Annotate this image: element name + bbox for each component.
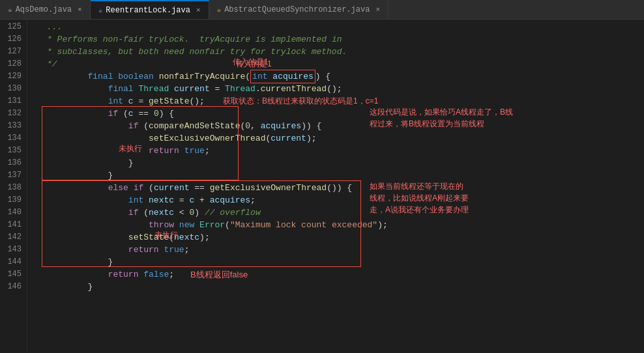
line-num-133: 133: [0, 120, 22, 132]
tab-aqs[interactable]: ☕ AbstractQueuedSynchronizer.java ×: [209, 0, 388, 19]
annotation-code-explanation-2: 如果当前线程还等于现在的 线程，比如说线程A刚起来要 走，A说我还有个业务要办理: [370, 180, 552, 216]
line-num-131: 131: [0, 95, 22, 107]
line-num-143: 143: [0, 244, 22, 256]
annotation-input1-text: 传入的是1: [233, 57, 269, 68]
code-line-142: setState ( nextc );: [47, 231, 644, 244]
line-num-135: 135: [0, 145, 22, 157]
java-icon-3: ☕: [217, 5, 222, 14]
annotation-state: 获取状态：B线程过来获取的状态码是1，c=1: [223, 95, 378, 107]
line-num-127: 127: [0, 46, 22, 58]
editor-area: 125 126 127 128 129 130 131 132 133 134 …: [0, 20, 644, 353]
tab-label-1: AqsDemo.java: [16, 5, 72, 14]
code-line-146: }: [47, 281, 644, 293]
line-num-138: 138: [0, 182, 22, 194]
code-line-139: int nextc = c + acquires ;: [47, 194, 644, 206]
line-num-142: 142: [0, 231, 22, 244]
code-125-content: ...: [47, 21, 62, 33]
tab-bar: ☕ AqsDemo.java × ☕ ReentrantLock.java × …: [0, 0, 644, 20]
line-num-146: 146: [0, 281, 22, 293]
code-126-content: * Performs non-fair tryLock. tryAcquire …: [47, 33, 342, 46]
code-line-140: if ( nextc < 0 ) // overflow: [47, 206, 644, 219]
code-line-133: if ( compareAndSetState ( 0 , acquires )…: [47, 120, 644, 132]
code-line-141: throw new Error ( "Maximum lock count ex…: [47, 219, 644, 231]
line-num-126: 126: [0, 33, 22, 46]
code-line-144: }: [47, 256, 644, 268]
code-line-125: ...: [47, 21, 644, 33]
line-num-125: 125: [0, 21, 22, 33]
code-line-130: final Thread current = Thread . currentT…: [47, 83, 644, 95]
tab-label-2: ReentrantLock.java: [106, 6, 190, 15]
tab-aqs-demo[interactable]: ☕ AqsDemo.java ×: [0, 0, 91, 19]
line-num-130: 130: [0, 83, 22, 95]
code-line-136: }: [47, 157, 644, 169]
line-num-145: 145: [0, 268, 22, 281]
code-line-132: if ( c == 0 ) {: [47, 107, 644, 120]
code-line-143: return true ;: [47, 244, 644, 256]
code-line-138: else if ( current == getExclusiveOwnerTh…: [47, 182, 644, 194]
code-128-content: */: [47, 58, 57, 70]
code-line-137: }: [47, 169, 644, 182]
tab-reentrant-lock[interactable]: ☕ ReentrantLock.java ×: [91, 0, 209, 19]
code-area[interactable]: ... * Performs non-fair tryLock. tryAcqu…: [40, 20, 644, 353]
gutter: [27, 20, 40, 353]
java-icon-2: ☕: [98, 6, 103, 14]
tab-label-3: AbstractQueuedSynchronizer.java: [224, 5, 370, 14]
line-num-139: 139: [0, 194, 22, 206]
code-line-127: * subclasses, but both need nonfair try …: [47, 46, 644, 58]
close-tab-1[interactable]: ×: [78, 6, 82, 14]
close-tab-3[interactable]: ×: [375, 6, 380, 14]
code-line-126: * Performs non-fair tryLock. tryAcquire …: [47, 33, 644, 46]
line-numbers: 125 126 127 128 129 130 131 132 133 134 …: [0, 20, 27, 353]
highlight-int-acquires: int acquires: [250, 70, 315, 83]
line-num-136: 136: [0, 157, 22, 169]
line-num-129: 129: [0, 70, 22, 83]
line-num-141: 141: [0, 219, 22, 231]
close-tab-2[interactable]: ×: [196, 7, 201, 14]
line-num-128: 128: [0, 58, 22, 70]
java-icon-1: ☕: [8, 5, 12, 14]
code-127-content: * subclasses, but both need nonfair try …: [47, 46, 347, 58]
annotation-not-executed-1: 未执行: [119, 143, 142, 154]
code-line-145: return false ; B线程返回false: [47, 268, 644, 281]
annotation-code-explanation-1: 这段代码是说，如果恰巧A线程走了，B线 程过来，将B线程设置为当前线程: [370, 106, 552, 130]
line-num-144: 144: [0, 256, 22, 268]
line-num-132: 132: [0, 107, 22, 120]
code-line-128: */ 传入的是1: [47, 58, 644, 70]
annotation-not-executed-2: 未执行: [154, 230, 178, 241]
code-line-131: int c = getState (); 获取状态：B线程过来获取的状态码是1，…: [47, 95, 644, 107]
code-line-129: final boolean nonfairTryAcquire ( int ac…: [47, 70, 644, 83]
line-num-134: 134: [0, 132, 22, 145]
line-num-140: 140: [0, 206, 22, 219]
annotation-return-false: B线程返回false: [190, 268, 248, 281]
line-num-137: 137: [0, 169, 22, 182]
